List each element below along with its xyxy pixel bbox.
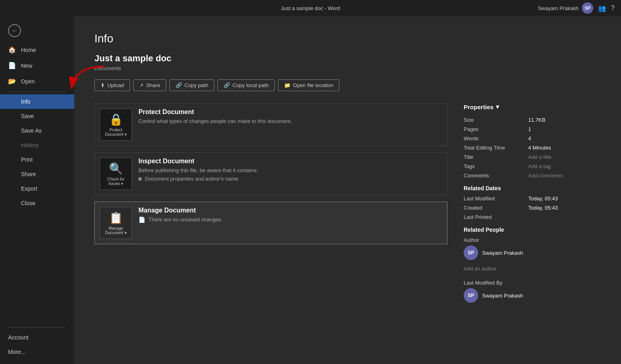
- copy-local-path-icon: 🔗: [224, 82, 230, 88]
- sidebar-item-save[interactable]: Save: [0, 109, 74, 123]
- sidebar-item-print[interactable]: Print: [0, 152, 74, 167]
- prop-last-printed-label: Last Printed: [464, 214, 528, 220]
- open-file-label: Open file location: [293, 82, 333, 88]
- copy-local-path-button[interactable]: 🔗 Copy local path: [217, 79, 275, 91]
- back-icon: ←: [8, 24, 21, 37]
- share-button[interactable]: ↗ Share: [133, 79, 166, 91]
- prop-words: Words 4: [464, 135, 601, 141]
- sidebar-divider-bottom: [8, 327, 66, 328]
- doc-title: Just a sample doc: [94, 53, 601, 64]
- prop-comments-value[interactable]: Add comments: [528, 173, 563, 179]
- prop-created-value: Today, 05:43: [528, 205, 558, 211]
- sidebar-item-open[interactable]: 📂 Open: [0, 73, 74, 89]
- open-file-location-button[interactable]: 📁 Open file location: [278, 79, 339, 91]
- manage-icon: 📋: [109, 211, 123, 225]
- prop-tags-value[interactable]: Add a tag: [528, 163, 551, 169]
- related-dates-rows: Last Modified Today, 05:43 Created Today…: [464, 196, 601, 220]
- back-button[interactable]: ←: [0, 19, 74, 42]
- info-sections: 🔒 ProtectDocument ▾ Protect Document Con…: [94, 103, 601, 352]
- sidebar-item-history[interactable]: History: [0, 138, 74, 152]
- protect-document-button[interactable]: 🔒 ProtectDocument ▾: [100, 108, 132, 141]
- sidebar-label-open: Open: [21, 78, 35, 85]
- sidebar-item-new[interactable]: 📄 New: [0, 58, 74, 73]
- prop-author-label: Author: [464, 237, 528, 243]
- sidebar-label-new: New: [21, 62, 32, 69]
- titlebar-title: Just a sample doc - Word: [281, 5, 340, 11]
- sidebar-label-info: Info: [21, 98, 30, 105]
- lock-icon: 🔒: [109, 113, 123, 126]
- manage-icon-label: ManageDocument ▾: [105, 226, 126, 235]
- sidebar-label-print: Print: [21, 156, 33, 163]
- people-icon[interactable]: 👥: [598, 4, 606, 12]
- sidebar-label-account: Account: [8, 334, 29, 341]
- prop-comments: Comments Add comments: [464, 173, 601, 179]
- manage-document-button[interactable]: 📋 ManageDocument ▾: [100, 207, 132, 239]
- inspect-document-card: 🔍 Check forIssues ▾ Inspect Document Bef…: [94, 152, 447, 195]
- copy-path-label: Copy path: [184, 82, 208, 88]
- prop-tags-label: Tags: [464, 163, 528, 169]
- sidebar-label-more: More...: [8, 349, 26, 355]
- sidebar-item-share[interactable]: Share: [0, 167, 74, 181]
- add-author[interactable]: Add an author: [464, 266, 497, 272]
- open-file-icon: 📁: [284, 82, 291, 88]
- manage-list-item-0: 📄 There are no unsaved changes.: [138, 216, 442, 223]
- sidebar-bottom: Account More...: [0, 325, 74, 364]
- prop-last-modified-by-row: Last Modified By SP Swayam Prakash: [464, 280, 601, 306]
- prop-editing-time: Total Editing Time 4 Minutes: [464, 145, 601, 151]
- copy-path-button[interactable]: 🔗 Copy path: [169, 79, 214, 91]
- last-modified-by-row: SP Swayam Prakash: [464, 288, 523, 303]
- sidebar-item-info[interactable]: Info: [0, 94, 74, 109]
- open-icon: 📂: [8, 77, 16, 85]
- properties-chevron[interactable]: ▾: [496, 103, 499, 110]
- share-btn-icon: ↗: [139, 82, 144, 88]
- prop-comments-label: Comments: [464, 173, 528, 179]
- titlebar: Just a sample doc - Word Swayam Prakash …: [0, 0, 621, 16]
- sidebar-item-home[interactable]: 🏠 Home: [0, 42, 74, 58]
- prop-title: Title Add a title: [464, 154, 601, 160]
- check-for-issues-button[interactable]: 🔍 Check forIssues ▾: [100, 158, 132, 190]
- sidebar-label-home: Home: [21, 47, 36, 53]
- sidebar-label-saveas: Save As: [21, 127, 42, 134]
- related-dates-title: Related Dates: [464, 185, 601, 191]
- manage-document-card: 📋 ManageDocument ▾ Manage Document 📄 The…: [94, 202, 447, 244]
- page-title: Info: [94, 32, 601, 45]
- prop-title-label: Title: [464, 154, 528, 160]
- prop-created: Created Today, 05:43: [464, 205, 601, 211]
- prop-pages-value: 1: [528, 126, 531, 132]
- prop-title-value[interactable]: Add a title: [528, 154, 552, 160]
- sidebar-item-export[interactable]: Export: [0, 181, 74, 196]
- manage-card-title: Manage Document: [138, 207, 442, 214]
- sidebar-item-more[interactable]: More...: [0, 345, 74, 359]
- prop-created-label: Created: [464, 205, 528, 211]
- prop-size-value: 11.7KB: [528, 117, 546, 123]
- help-icon[interactable]: ?: [611, 4, 615, 12]
- upload-button[interactable]: ⬆ Upload: [94, 79, 130, 91]
- properties-title: Properties: [464, 104, 493, 110]
- content-area: Info Just a sample doc Documents ⬆ Uploa…: [74, 16, 621, 364]
- author-name: Swayam Prakash: [482, 250, 523, 256]
- prop-pages-label: Pages: [464, 126, 528, 132]
- inspect-card-desc: Before publishing this file, be aware th…: [138, 167, 442, 173]
- sidebar-item-account[interactable]: Account: [0, 330, 74, 345]
- protect-card-title: Protect Document: [138, 108, 442, 116]
- author-avatar: SP: [464, 245, 478, 260]
- sidebar-item-saveas[interactable]: Save As: [0, 123, 74, 138]
- prop-size: Size 11.7KB: [464, 117, 601, 123]
- sidebar-label-save: Save: [21, 113, 34, 119]
- upload-icon: ⬆: [100, 82, 105, 88]
- doc-path: Documents: [94, 65, 601, 71]
- inspect-list-text: Document properties and author's name: [145, 176, 238, 182]
- sidebar-label-history: History: [21, 142, 39, 148]
- inspect-card-content: Inspect Document Before publishing this …: [138, 158, 442, 182]
- prop-words-label: Words: [464, 135, 528, 141]
- sidebar-divider-top: [8, 92, 66, 92]
- prop-last-modified-value: Today, 05:43: [528, 196, 558, 202]
- prop-last-modified-by-label: Last Modified By: [464, 280, 528, 286]
- inspect-icon-label: Check forIssues ▾: [107, 177, 125, 186]
- sidebar-item-close[interactable]: Close: [0, 196, 74, 210]
- prop-last-modified: Last Modified Today, 05:43: [464, 196, 601, 202]
- manage-card-content: Manage Document 📄 There are no unsaved c…: [138, 207, 442, 223]
- related-people-title: Related People: [464, 227, 601, 233]
- user-avatar[interactable]: SP: [582, 2, 593, 14]
- protect-card-content: Protect Document Control what types of c…: [138, 108, 442, 127]
